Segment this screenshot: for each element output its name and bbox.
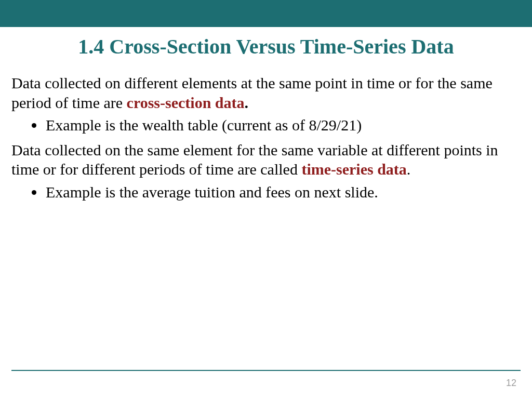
bullet-list-2: Example is the average tuition and fees …	[11, 182, 521, 202]
para1-lead: Data collected on different elements at …	[11, 74, 493, 111]
bullet-tuition: Example is the average tuition and fees …	[45, 182, 521, 202]
para1-tail: .	[245, 94, 249, 111]
slide-title: 1.4 Cross-Section Versus Time-Series Dat…	[0, 34, 532, 59]
para2-lead: Data collected on the same element for t…	[11, 141, 498, 178]
term-time-series: time-series data	[301, 161, 406, 178]
bullet-list-1: Example is the wealth table (current as …	[11, 115, 521, 135]
footer-divider	[11, 370, 521, 371]
para2-tail: .	[407, 161, 411, 178]
header-bar	[0, 0, 532, 27]
bullet-wealth-table: Example is the wealth table (current as …	[45, 115, 521, 135]
slide-body: Data collected on different elements at …	[0, 59, 532, 202]
slide: 1.4 Cross-Section Versus Time-Series Dat…	[0, 0, 532, 399]
page-number: 12	[506, 378, 516, 389]
paragraph-time-series: Data collected on the same element for t…	[11, 140, 521, 179]
paragraph-cross-section: Data collected on different elements at …	[11, 73, 521, 112]
term-cross-section: cross-section data	[127, 94, 245, 111]
